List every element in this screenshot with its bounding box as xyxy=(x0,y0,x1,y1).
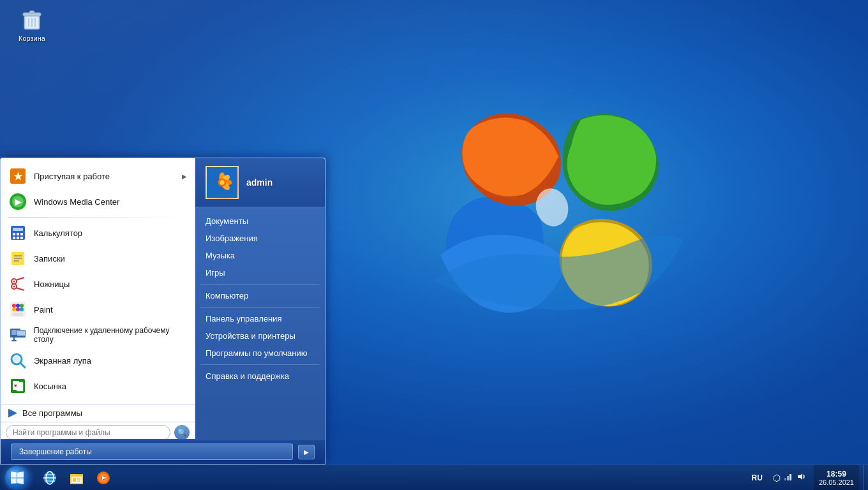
getstarted-arrow: ▶ xyxy=(182,173,187,180)
scissors-icon xyxy=(8,274,27,293)
right-link-music[interactable]: Музыка xyxy=(195,247,325,264)
svg-rect-17 xyxy=(20,233,23,235)
svg-rect-70 xyxy=(77,480,80,482)
right-link-defaults[interactable]: Программы по умолчанию xyxy=(195,345,325,362)
show-desktop-button[interactable] xyxy=(863,465,868,491)
search-input[interactable] xyxy=(6,425,170,440)
windows-logo-small xyxy=(10,471,24,485)
divider-1 xyxy=(8,217,187,218)
right-link-images[interactable]: Изображения xyxy=(195,230,325,247)
start-item-magnifier[interactable]: Экранная лупа xyxy=(1,348,195,373)
rdp-icon xyxy=(8,325,27,345)
tray-time: 18:59 xyxy=(819,470,854,479)
right-divider-2 xyxy=(200,307,320,308)
start-item-calc[interactable]: Калькулятор xyxy=(1,220,195,246)
svg-rect-15 xyxy=(13,233,15,235)
getstarted-label: Приступая к работе xyxy=(34,172,176,181)
explorer-icon xyxy=(69,470,84,486)
shutdown-arrow-button[interactable]: ▶ xyxy=(298,445,315,459)
svg-rect-68 xyxy=(73,478,76,482)
start-item-wmc[interactable]: ▶ Windows Media Center xyxy=(1,189,195,214)
svg-point-29 xyxy=(13,281,15,283)
svg-rect-14 xyxy=(13,228,23,231)
svg-rect-60 xyxy=(207,167,237,198)
right-link-devices[interactable]: Устройства и принтеры xyxy=(195,327,325,345)
wmc-icon: ▶ xyxy=(8,192,27,211)
start-item-getstarted[interactable]: ★ Приступая к работе ▶ xyxy=(1,163,195,189)
notes-label: Записки xyxy=(34,254,187,264)
magnifier-icon xyxy=(8,351,27,370)
calc-icon xyxy=(8,223,27,242)
wmc-label: Windows Media Center xyxy=(34,197,187,207)
svg-point-35 xyxy=(12,308,16,311)
svg-rect-18 xyxy=(13,237,15,239)
svg-point-34 xyxy=(20,304,24,308)
notes-icon xyxy=(8,249,27,268)
start-item-rdp[interactable]: Подключение к удаленному рабочему столу xyxy=(1,322,195,348)
scissors-label: Ножницы xyxy=(34,279,187,289)
start-menu-left: ★ Приступая к работе ▶ ▶ xyxy=(1,158,195,439)
network-icon[interactable] xyxy=(783,471,793,484)
right-link-documents[interactable]: Документы xyxy=(195,212,325,230)
bluetooth-icon[interactable]: ⬡ xyxy=(773,473,781,483)
recycle-bin-image xyxy=(19,6,45,32)
right-link-computer[interactable]: Компьютер xyxy=(195,287,325,304)
system-tray: RU ⬡ 18:59 26.05.2021 xyxy=(749,465,868,490)
svg-rect-38 xyxy=(13,313,23,316)
right-divider-1 xyxy=(200,284,320,285)
right-link-control-panel[interactable]: Панель управления xyxy=(195,310,325,327)
svg-line-28 xyxy=(16,288,24,290)
recycle-bin-icon[interactable]: Корзина xyxy=(10,6,54,42)
tray-date: 26.05.2021 xyxy=(819,479,854,486)
tray-language[interactable]: RU xyxy=(749,473,765,482)
search-button[interactable]: 🔍 xyxy=(174,425,190,440)
right-divider-3 xyxy=(200,364,320,365)
paint-icon xyxy=(8,300,27,319)
sound-icon[interactable] xyxy=(796,471,806,484)
start-left-items: ★ Приступая к работе ▶ ▶ xyxy=(1,158,195,404)
user-name: admin xyxy=(246,177,273,188)
windows-logo xyxy=(421,77,689,345)
start-item-solitaire[interactable]: ♥ Косынка xyxy=(1,373,195,399)
svg-rect-45 xyxy=(11,340,17,341)
all-programs-button[interactable]: Все программы xyxy=(1,404,195,422)
start-button[interactable] xyxy=(0,465,34,491)
svg-text:♥: ♥ xyxy=(14,383,17,389)
right-link-games[interactable]: Игры xyxy=(195,264,325,281)
svg-rect-4 xyxy=(29,11,34,13)
taskbar-media-player[interactable] xyxy=(91,466,116,490)
svg-line-27 xyxy=(16,278,24,280)
calc-label: Калькулятор xyxy=(34,228,187,238)
solitaire-icon: ♥ xyxy=(8,376,27,396)
start-bottom: Завершение работы ▶ xyxy=(1,439,325,464)
desktop: Корзина ★ Приступая к xyxy=(0,0,868,490)
all-programs-label: Все программы xyxy=(22,408,82,418)
shutdown-button[interactable]: Завершение работы xyxy=(11,443,293,460)
svg-point-30 xyxy=(13,286,15,288)
start-item-notes[interactable]: Записки xyxy=(1,246,195,271)
tray-clock[interactable]: 18:59 26.05.2021 xyxy=(814,465,859,490)
all-programs-arrow xyxy=(8,409,17,418)
user-section: admin xyxy=(195,158,325,207)
start-menu-right: admin Документы Изображения Музыка Игры … xyxy=(195,158,325,439)
svg-line-48 xyxy=(20,363,25,368)
right-link-help[interactable]: Справка и поддержка xyxy=(195,368,325,385)
solitaire-label: Косынка xyxy=(34,382,187,391)
taskbar-ie[interactable] xyxy=(37,466,63,490)
user-avatar[interactable] xyxy=(206,166,239,199)
svg-rect-16 xyxy=(17,233,19,235)
svg-rect-75 xyxy=(784,478,786,480)
start-item-paint[interactable]: Paint xyxy=(1,297,195,322)
taskbar: RU ⬡ 18:59 26.05.2021 xyxy=(0,464,868,490)
svg-rect-76 xyxy=(787,476,789,480)
svg-text:▶: ▶ xyxy=(15,197,22,207)
start-item-scissors[interactable]: Ножницы xyxy=(1,271,195,297)
media-player-icon xyxy=(96,470,111,486)
taskbar-explorer[interactable] xyxy=(64,466,89,490)
start-orb xyxy=(5,466,29,490)
svg-rect-43 xyxy=(17,330,25,336)
svg-rect-77 xyxy=(789,474,791,480)
paint-label: Paint xyxy=(34,305,187,315)
svg-point-32 xyxy=(12,304,16,308)
svg-marker-78 xyxy=(798,473,802,480)
